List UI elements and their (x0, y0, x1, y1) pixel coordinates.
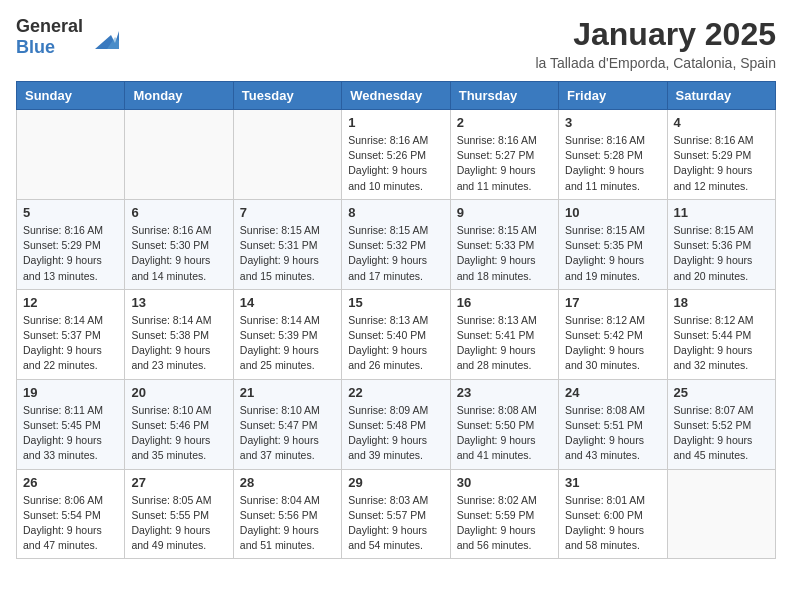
day-number: 10 (565, 205, 660, 220)
day-info: Sunrise: 8:15 AMSunset: 5:35 PMDaylight:… (565, 223, 660, 284)
calendar-cell: 6Sunrise: 8:16 AMSunset: 5:30 PMDaylight… (125, 199, 233, 289)
day-info: Sunrise: 8:15 AMSunset: 5:36 PMDaylight:… (674, 223, 769, 284)
day-number: 9 (457, 205, 552, 220)
day-number: 5 (23, 205, 118, 220)
calendar-cell: 17Sunrise: 8:12 AMSunset: 5:42 PMDayligh… (559, 289, 667, 379)
weekday-header-thursday: Thursday (450, 82, 558, 110)
calendar-cell: 1Sunrise: 8:16 AMSunset: 5:26 PMDaylight… (342, 110, 450, 200)
calendar-week-5: 26Sunrise: 8:06 AMSunset: 5:54 PMDayligh… (17, 469, 776, 559)
title-area: January 2025 la Tallada d'Emporda, Catal… (535, 16, 776, 71)
day-number: 18 (674, 295, 769, 310)
day-number: 7 (240, 205, 335, 220)
calendar-cell: 19Sunrise: 8:11 AMSunset: 5:45 PMDayligh… (17, 379, 125, 469)
calendar-cell: 3Sunrise: 8:16 AMSunset: 5:28 PMDaylight… (559, 110, 667, 200)
day-info: Sunrise: 8:16 AMSunset: 5:28 PMDaylight:… (565, 133, 660, 194)
day-info: Sunrise: 8:13 AMSunset: 5:40 PMDaylight:… (348, 313, 443, 374)
day-number: 27 (131, 475, 226, 490)
day-info: Sunrise: 8:16 AMSunset: 5:29 PMDaylight:… (674, 133, 769, 194)
day-number: 17 (565, 295, 660, 310)
day-info: Sunrise: 8:04 AMSunset: 5:56 PMDaylight:… (240, 493, 335, 554)
day-info: Sunrise: 8:16 AMSunset: 5:30 PMDaylight:… (131, 223, 226, 284)
calendar-cell (233, 110, 341, 200)
day-number: 19 (23, 385, 118, 400)
day-number: 16 (457, 295, 552, 310)
calendar-cell (667, 469, 775, 559)
day-info: Sunrise: 8:15 AMSunset: 5:32 PMDaylight:… (348, 223, 443, 284)
day-info: Sunrise: 8:15 AMSunset: 5:33 PMDaylight:… (457, 223, 552, 284)
day-info: Sunrise: 8:14 AMSunset: 5:39 PMDaylight:… (240, 313, 335, 374)
day-number: 3 (565, 115, 660, 130)
logo-icon (87, 21, 119, 53)
day-info: Sunrise: 8:03 AMSunset: 5:57 PMDaylight:… (348, 493, 443, 554)
day-number: 11 (674, 205, 769, 220)
weekday-header-wednesday: Wednesday (342, 82, 450, 110)
day-number: 8 (348, 205, 443, 220)
day-info: Sunrise: 8:11 AMSunset: 5:45 PMDaylight:… (23, 403, 118, 464)
day-info: Sunrise: 8:13 AMSunset: 5:41 PMDaylight:… (457, 313, 552, 374)
calendar-cell: 4Sunrise: 8:16 AMSunset: 5:29 PMDaylight… (667, 110, 775, 200)
page-header: General Blue January 2025 la Tallada d'E… (16, 16, 776, 71)
day-number: 4 (674, 115, 769, 130)
day-number: 1 (348, 115, 443, 130)
logo: General Blue (16, 16, 119, 57)
day-info: Sunrise: 8:09 AMSunset: 5:48 PMDaylight:… (348, 403, 443, 464)
logo-blue-text: Blue (16, 37, 83, 58)
day-number: 26 (23, 475, 118, 490)
day-info: Sunrise: 8:05 AMSunset: 5:55 PMDaylight:… (131, 493, 226, 554)
day-number: 13 (131, 295, 226, 310)
calendar-cell (17, 110, 125, 200)
day-info: Sunrise: 8:12 AMSunset: 5:42 PMDaylight:… (565, 313, 660, 374)
day-info: Sunrise: 8:16 AMSunset: 5:26 PMDaylight:… (348, 133, 443, 194)
calendar-header-row: SundayMondayTuesdayWednesdayThursdayFrid… (17, 82, 776, 110)
calendar-cell: 31Sunrise: 8:01 AMSunset: 6:00 PMDayligh… (559, 469, 667, 559)
day-info: Sunrise: 8:08 AMSunset: 5:50 PMDaylight:… (457, 403, 552, 464)
day-number: 2 (457, 115, 552, 130)
calendar-cell: 14Sunrise: 8:14 AMSunset: 5:39 PMDayligh… (233, 289, 341, 379)
day-info: Sunrise: 8:14 AMSunset: 5:38 PMDaylight:… (131, 313, 226, 374)
calendar-cell: 27Sunrise: 8:05 AMSunset: 5:55 PMDayligh… (125, 469, 233, 559)
weekday-header-monday: Monday (125, 82, 233, 110)
day-info: Sunrise: 8:02 AMSunset: 5:59 PMDaylight:… (457, 493, 552, 554)
calendar-cell: 26Sunrise: 8:06 AMSunset: 5:54 PMDayligh… (17, 469, 125, 559)
calendar-cell: 7Sunrise: 8:15 AMSunset: 5:31 PMDaylight… (233, 199, 341, 289)
calendar-cell: 5Sunrise: 8:16 AMSunset: 5:29 PMDaylight… (17, 199, 125, 289)
day-number: 23 (457, 385, 552, 400)
calendar-cell: 23Sunrise: 8:08 AMSunset: 5:50 PMDayligh… (450, 379, 558, 469)
calendar-cell: 11Sunrise: 8:15 AMSunset: 5:36 PMDayligh… (667, 199, 775, 289)
calendar-cell: 9Sunrise: 8:15 AMSunset: 5:33 PMDaylight… (450, 199, 558, 289)
day-number: 12 (23, 295, 118, 310)
calendar-cell: 21Sunrise: 8:10 AMSunset: 5:47 PMDayligh… (233, 379, 341, 469)
day-number: 14 (240, 295, 335, 310)
calendar-cell: 25Sunrise: 8:07 AMSunset: 5:52 PMDayligh… (667, 379, 775, 469)
day-number: 29 (348, 475, 443, 490)
day-info: Sunrise: 8:16 AMSunset: 5:27 PMDaylight:… (457, 133, 552, 194)
day-info: Sunrise: 8:07 AMSunset: 5:52 PMDaylight:… (674, 403, 769, 464)
day-info: Sunrise: 8:12 AMSunset: 5:44 PMDaylight:… (674, 313, 769, 374)
day-number: 25 (674, 385, 769, 400)
calendar-cell: 16Sunrise: 8:13 AMSunset: 5:41 PMDayligh… (450, 289, 558, 379)
day-number: 22 (348, 385, 443, 400)
day-number: 24 (565, 385, 660, 400)
calendar-cell: 20Sunrise: 8:10 AMSunset: 5:46 PMDayligh… (125, 379, 233, 469)
day-info: Sunrise: 8:15 AMSunset: 5:31 PMDaylight:… (240, 223, 335, 284)
calendar-week-2: 5Sunrise: 8:16 AMSunset: 5:29 PMDaylight… (17, 199, 776, 289)
calendar-cell (125, 110, 233, 200)
weekday-header-sunday: Sunday (17, 82, 125, 110)
calendar-cell: 30Sunrise: 8:02 AMSunset: 5:59 PMDayligh… (450, 469, 558, 559)
month-title: January 2025 (535, 16, 776, 53)
calendar-cell: 15Sunrise: 8:13 AMSunset: 5:40 PMDayligh… (342, 289, 450, 379)
weekday-header-saturday: Saturday (667, 82, 775, 110)
calendar-cell: 12Sunrise: 8:14 AMSunset: 5:37 PMDayligh… (17, 289, 125, 379)
day-number: 6 (131, 205, 226, 220)
calendar-cell: 18Sunrise: 8:12 AMSunset: 5:44 PMDayligh… (667, 289, 775, 379)
calendar-week-3: 12Sunrise: 8:14 AMSunset: 5:37 PMDayligh… (17, 289, 776, 379)
calendar-week-1: 1Sunrise: 8:16 AMSunset: 5:26 PMDaylight… (17, 110, 776, 200)
calendar-cell: 24Sunrise: 8:08 AMSunset: 5:51 PMDayligh… (559, 379, 667, 469)
day-number: 21 (240, 385, 335, 400)
day-info: Sunrise: 8:06 AMSunset: 5:54 PMDaylight:… (23, 493, 118, 554)
day-info: Sunrise: 8:10 AMSunset: 5:47 PMDaylight:… (240, 403, 335, 464)
calendar-cell: 8Sunrise: 8:15 AMSunset: 5:32 PMDaylight… (342, 199, 450, 289)
calendar-cell: 2Sunrise: 8:16 AMSunset: 5:27 PMDaylight… (450, 110, 558, 200)
day-info: Sunrise: 8:14 AMSunset: 5:37 PMDaylight:… (23, 313, 118, 374)
day-info: Sunrise: 8:16 AMSunset: 5:29 PMDaylight:… (23, 223, 118, 284)
